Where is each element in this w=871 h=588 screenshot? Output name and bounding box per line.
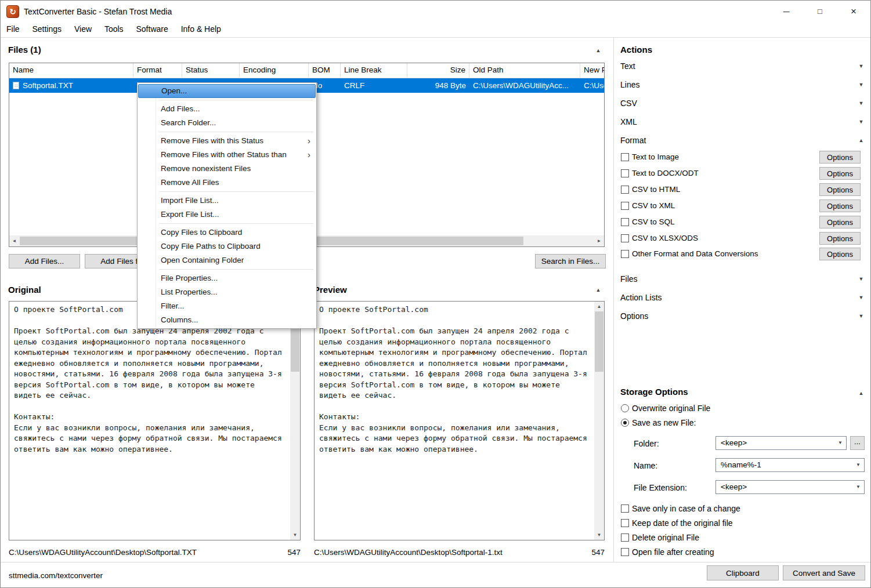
files-collapse-chevron-up-icon[interactable]: ▲ <box>594 46 602 55</box>
context-menu-item-list-properties[interactable]: List Properties... <box>138 285 316 299</box>
column-header-line-break[interactable]: Line Break <box>341 63 407 78</box>
section-lines[interactable]: Lines <box>620 80 639 89</box>
clipboard-button[interactable]: Clipboard <box>707 565 779 580</box>
options-button-text-to-image[interactable]: Options <box>819 151 861 164</box>
options-button-other-conversions[interactable]: Options <box>819 248 861 260</box>
checkbox-csv-to-xlsx-ods[interactable] <box>621 234 629 242</box>
checkbox-other-conversions[interactable] <box>621 250 629 258</box>
section-action-lists[interactable]: Action Lists <box>620 293 662 302</box>
checkbox-csv-to-xml[interactable] <box>621 202 629 210</box>
options-button-csv-to-xml[interactable]: Options <box>819 199 861 212</box>
close-button[interactable]: × <box>837 1 870 23</box>
column-header-old-path[interactable]: Old Path <box>469 63 580 78</box>
preview-collapse-chevron-up-icon[interactable]: ▲ <box>594 286 602 294</box>
context-menu-item-copy-file-paths-to-clipboard[interactable]: Copy File Paths to Clipboard <box>138 239 316 253</box>
chevron-down-icon[interactable]: ▼ <box>857 312 865 320</box>
maximize-button[interactable]: □ <box>803 1 837 23</box>
context-menu-item-filter[interactable]: Filter... <box>138 299 316 313</box>
checkbox-delete-original[interactable] <box>621 533 629 542</box>
chevron-down-icon[interactable]: ▼ <box>857 99 865 107</box>
section-options[interactable]: Options <box>620 311 648 321</box>
context-menu-item-add-files[interactable]: Add Files... <box>138 102 316 116</box>
context-menu-item-remove-all-files[interactable]: Remove All Files <box>138 176 316 190</box>
chevron-down-icon[interactable]: ▼ <box>857 118 865 126</box>
preview-scroll-thumb[interactable] <box>595 311 603 372</box>
original-text-area[interactable]: О проекте SoftPortal.com Проект SoftPort… <box>9 301 301 540</box>
section-csv[interactable]: CSV <box>620 99 637 108</box>
section-text[interactable]: Text <box>620 61 635 71</box>
column-header-status[interactable]: Status <box>182 63 240 78</box>
checkbox-csv-to-html[interactable] <box>621 186 629 194</box>
context-menu-item-copy-files-to-clipboard[interactable]: Copy Files to Clipboard <box>138 226 316 239</box>
context-menu-item-file-properties[interactable]: File Properties... <box>138 271 316 285</box>
label-csv-to-html[interactable]: CSV to HTML <box>632 185 680 194</box>
chevron-up-icon[interactable]: ▲ <box>857 136 865 144</box>
label-csv-to-sql[interactable]: CSV to SQL <box>632 217 675 226</box>
add-files-button[interactable]: Add Files... <box>9 254 80 268</box>
browse-folder-button[interactable]: ... <box>850 436 865 450</box>
menu-file[interactable]: File <box>1 23 25 35</box>
scroll-up-icon[interactable]: ▲ <box>594 302 604 311</box>
column-header-new-path[interactable]: New P <box>580 63 604 78</box>
context-menu-item-remove-nonexistent-files[interactable]: Remove nonexistent Files <box>138 162 316 176</box>
radio-overwrite-original[interactable] <box>621 404 629 412</box>
context-menu-item-open-containing-folder[interactable]: Open Containing Folder <box>138 253 316 267</box>
scroll-down-icon[interactable]: ▼ <box>594 530 604 540</box>
label-text-to-image[interactable]: Text to Image <box>632 153 679 161</box>
options-button-csv-to-html[interactable]: Options <box>819 183 861 196</box>
menu-settings[interactable]: Settings <box>27 23 67 35</box>
file-extension-combobox[interactable]: <keep> ▼ <box>715 480 865 494</box>
menu-tools[interactable]: Tools <box>99 23 129 35</box>
checkbox-csv-to-sql[interactable] <box>621 218 629 226</box>
preview-text-area[interactable]: О проекте SoftPortal.com Проект SoftPort… <box>314 301 605 540</box>
column-header-size[interactable]: Size <box>407 63 469 78</box>
name-combobox[interactable]: %name%-1 ▼ <box>715 458 865 472</box>
radio-save-as-new[interactable] <box>621 419 629 427</box>
scroll-down-icon[interactable]: ▼ <box>290 530 300 540</box>
folder-combobox[interactable]: <keep> ▼ <box>715 436 847 450</box>
label-open-after-creating[interactable]: Open file after creating <box>632 547 714 557</box>
column-header-format[interactable]: Format <box>133 63 182 78</box>
chevron-down-icon[interactable]: ▼ <box>857 81 865 89</box>
section-files[interactable]: Files <box>620 274 638 284</box>
chevron-down-icon[interactable]: ▼ <box>857 275 865 283</box>
context-menu-item-remove-files-with-this-status[interactable]: Remove Files with this Status › <box>138 134 316 148</box>
column-header-name[interactable]: Name <box>9 63 133 78</box>
section-format[interactable]: Format <box>620 136 646 145</box>
chevron-down-icon[interactable]: ▼ <box>857 293 865 302</box>
context-menu-item-import-file-list[interactable]: Import File List... <box>138 194 316 208</box>
menu-software[interactable]: Software <box>131 23 174 35</box>
checkbox-open-after-creating[interactable] <box>621 548 629 556</box>
preview-vertical-scrollbar[interactable]: ▲ ▼ <box>594 302 604 540</box>
original-vertical-scrollbar[interactable]: ▲ ▼ <box>290 302 300 540</box>
context-menu-item-export-file-list[interactable]: Export File List... <box>138 208 316 222</box>
label-keep-date[interactable]: Keep date of the original file <box>632 518 733 528</box>
column-header-encoding[interactable]: Encoding <box>240 63 309 78</box>
search-in-files-button[interactable]: Search in Files... <box>535 254 606 268</box>
options-button-csv-to-sql[interactable]: Options <box>819 216 861 228</box>
convert-and-save-button[interactable]: Convert and Save <box>783 565 865 580</box>
label-text-to-docx-odt[interactable]: Text to DOCX/ODT <box>632 169 699 177</box>
label-delete-original[interactable]: Delete original File <box>632 533 699 542</box>
options-button-csv-to-xlsx-ods[interactable]: Options <box>819 232 861 245</box>
checkbox-keep-date[interactable] <box>621 519 629 527</box>
checkbox-save-only-on-change[interactable] <box>621 504 629 513</box>
column-header-bom[interactable]: BOM <box>309 63 341 78</box>
context-menu-item-search-folder[interactable]: Search Folder... <box>138 116 316 130</box>
options-button-text-to-docx-odt[interactable]: Options <box>819 167 861 180</box>
label-overwrite-original[interactable]: Overwrite original File <box>632 404 710 413</box>
menu-view[interactable]: View <box>69 23 97 35</box>
context-menu-item-remove-files-with-other-status[interactable]: Remove Files with other Status than › <box>138 148 316 162</box>
scroll-right-icon[interactable]: ► <box>594 235 604 246</box>
scroll-left-icon[interactable]: ◄ <box>9 235 19 246</box>
chevron-up-icon[interactable]: ▲ <box>857 389 865 397</box>
label-csv-to-xml[interactable]: CSV to XML <box>632 201 675 210</box>
menu-info-help[interactable]: Info & Help <box>176 23 226 35</box>
context-menu-item-open[interactable]: Open... <box>138 84 316 98</box>
label-save-as-new[interactable]: Save as new File: <box>632 418 696 427</box>
chevron-down-icon[interactable]: ▼ <box>857 62 865 70</box>
label-csv-to-xlsx-ods[interactable]: CSV to XLSX/ODS <box>632 234 698 242</box>
checkbox-text-to-docx-odt[interactable] <box>621 169 629 177</box>
minimize-button[interactable]: ─ <box>769 1 803 23</box>
section-xml[interactable]: XML <box>620 117 637 126</box>
